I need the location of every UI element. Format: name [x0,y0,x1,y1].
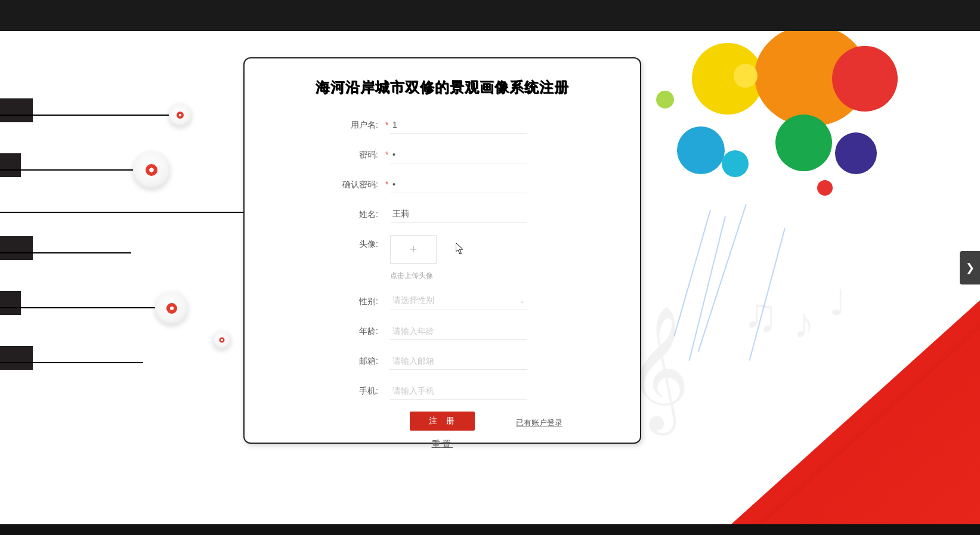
row-username: 用户名: * [245,116,640,134]
phone-input[interactable] [390,382,527,400]
plus-icon: + [410,242,418,257]
row-confirm: 确认密码: * [245,175,640,193]
required-mark: * [382,175,390,193]
bottom-bar [0,524,980,535]
label-username: 用户名: [245,116,382,134]
label-phone: 手机: [245,382,382,400]
required-mark: * [382,116,390,134]
row-email: 邮箱: [245,352,640,370]
confirm-input[interactable] [390,176,527,193]
age-input[interactable] [390,323,527,340]
register-form: 用户名: * 密码: * 确认密码: * 姓名: [245,116,640,450]
row-age: 年龄: [245,322,640,340]
login-link[interactable]: 已有账户登录 [516,418,562,428]
register-button[interactable]: 注 册 [410,412,475,431]
row-password: 密码: * [245,146,640,163]
card-title: 海河沿岸城市双修的景观画像系统注册 [245,78,640,97]
avatar-hint: 点击上传头像 [390,271,604,281]
chevron-down-icon: ⌄ [520,297,525,305]
row-name: 姓名: [245,205,640,223]
register-card: 海河沿岸城市双修的景观画像系统注册 用户名: * 密码: * 确认密码: * 姓… [243,57,641,444]
row-phone: 手机: [245,382,640,400]
row-gender: 性别: 请选择性别 ⌄ [245,292,640,310]
password-input[interactable] [390,146,527,163]
label-gender: 性别: [245,292,382,310]
label-email: 邮箱: [245,352,382,370]
label-confirm: 确认密码: [245,175,382,193]
chevron-right-icon: ❯ [966,261,975,274]
row-avatar: 头像: + [245,235,640,268]
reset-button[interactable]: 重置 [432,439,453,450]
avatar-upload[interactable]: + [390,235,437,264]
gender-placeholder: 请选择性别 [392,295,434,306]
email-input[interactable] [390,352,527,370]
next-button[interactable]: ❯ [960,251,980,284]
gender-select[interactable]: 请选择性别 ⌄ [390,292,527,310]
name-input[interactable] [390,206,527,223]
label-age: 年龄: [245,322,382,340]
top-bar [0,0,980,31]
label-name: 姓名: [245,205,382,223]
required-mark: * [382,146,390,163]
label-avatar: 头像: [245,235,382,253]
left-decoration: .left-deco .disc:nth-of-type(12)::after{… [0,31,251,508]
label-password: 密码: [245,146,382,163]
row-avatar-hint: 点击上传头像 [245,271,640,281]
username-input[interactable] [390,116,527,134]
